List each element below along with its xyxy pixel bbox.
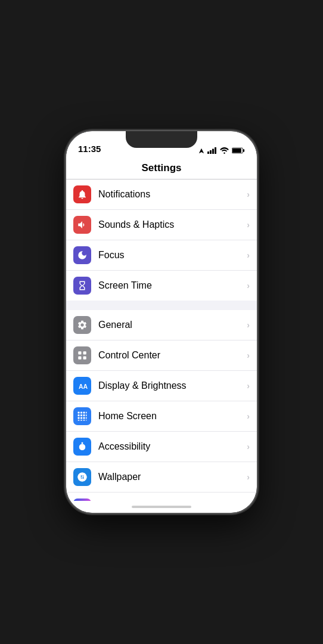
general-chevron: ›	[247, 320, 250, 330]
svg-rect-22	[83, 417, 85, 419]
svg-rect-18	[83, 414, 85, 416]
svg-rect-26	[83, 420, 85, 421]
settings-item-accessibility[interactable]: Accessibility ›	[66, 432, 257, 462]
svg-rect-24	[78, 420, 80, 421]
svg-rect-20	[78, 417, 80, 419]
svg-rect-15	[86, 412, 87, 414]
location-icon	[198, 148, 204, 154]
svg-rect-13	[80, 412, 82, 414]
bell-svg	[77, 189, 88, 200]
svg-rect-1	[210, 150, 212, 154]
accessibility-label: Accessibility	[98, 441, 247, 452]
settings-item-notifications[interactable]: Notifications ›	[66, 179, 257, 210]
svg-rect-5	[243, 149, 244, 151]
accessibility-svg	[77, 441, 88, 452]
svg-rect-21	[80, 417, 82, 419]
screentime-label: Screen Time	[98, 280, 247, 291]
svg-rect-3	[215, 147, 216, 154]
settings-list-1: Notifications › Sounds & Haptics ›	[66, 179, 257, 301]
settings-item-display[interactable]: AA Display & Brightness ›	[66, 371, 257, 401]
svg-rect-19	[86, 414, 87, 416]
focus-icon	[73, 246, 91, 264]
nav-bar: Settings	[66, 157, 257, 179]
phone-frame: 11:35	[66, 131, 257, 513]
display-svg: AA	[77, 380, 88, 391]
svg-rect-0	[207, 151, 209, 154]
accessibility-icon	[73, 438, 91, 456]
settings-group-2: General › Control	[66, 310, 257, 501]
wifi-icon	[220, 147, 229, 154]
svg-rect-8	[83, 351, 86, 354]
homescreen-icon	[73, 407, 91, 425]
siri-icon	[73, 499, 91, 501]
svg-rect-2	[212, 149, 214, 154]
settings-item-focus[interactable]: Focus ›	[66, 240, 257, 271]
settings-item-controlcenter[interactable]: Control Center ›	[66, 340, 257, 371]
status-time: 11:35	[78, 144, 101, 154]
notifications-chevron: ›	[247, 190, 250, 199]
general-icon	[73, 316, 91, 334]
display-icon: AA	[73, 377, 91, 395]
svg-point-28	[82, 442, 83, 444]
general-svg	[77, 320, 88, 330]
signal-icon	[207, 147, 217, 154]
settings-list-2: General › Control	[66, 310, 257, 501]
settings-content[interactable]: Notifications › Sounds & Haptics ›	[66, 179, 257, 501]
wallpaper-chevron: ›	[247, 472, 250, 482]
notch	[126, 131, 197, 148]
notifications-label: Notifications	[98, 189, 247, 200]
svg-rect-9	[78, 357, 81, 360]
settings-item-homescreen[interactable]: Home Screen ›	[66, 401, 257, 432]
screentime-svg	[77, 280, 88, 291]
home-bar	[132, 506, 191, 508]
focus-label: Focus	[98, 250, 247, 261]
home-indicator	[66, 501, 257, 513]
svg-text:AA: AA	[79, 383, 88, 390]
controlcenter-icon	[73, 346, 91, 364]
focus-svg	[77, 250, 88, 261]
homescreen-svg	[77, 411, 88, 422]
sounds-icon	[73, 216, 91, 234]
homescreen-label: Home Screen	[98, 411, 247, 422]
settings-item-siri[interactable]: Siri & Search ›	[66, 493, 257, 501]
wallpaper-svg	[77, 472, 88, 482]
svg-rect-12	[78, 412, 80, 414]
sounds-label: Sounds & Haptics	[98, 219, 247, 230]
group-spacer	[66, 301, 257, 310]
general-label: General	[98, 320, 247, 330]
status-bar: 11:35	[66, 131, 257, 157]
display-chevron: ›	[247, 381, 250, 391]
focus-chevron: ›	[247, 250, 250, 260]
svg-rect-14	[83, 412, 85, 414]
wallpaper-label: Wallpaper	[98, 472, 247, 482]
screentime-icon	[73, 277, 91, 295]
svg-rect-6	[232, 148, 241, 153]
svg-rect-10	[83, 357, 86, 360]
screentime-chevron: ›	[247, 281, 250, 290]
status-icons	[198, 147, 245, 154]
sounds-svg	[77, 219, 88, 230]
controlcenter-chevron: ›	[247, 351, 250, 360]
svg-rect-25	[80, 420, 82, 421]
homescreen-chevron: ›	[247, 411, 250, 421]
notifications-icon	[73, 185, 91, 203]
wallpaper-icon	[73, 468, 91, 486]
page-title: Settings	[141, 162, 181, 174]
settings-item-screentime[interactable]: Screen Time ›	[66, 271, 257, 301]
svg-rect-16	[78, 414, 80, 416]
svg-rect-23	[86, 417, 87, 419]
settings-item-wallpaper[interactable]: Wallpaper ›	[66, 462, 257, 493]
phone-screen: 11:35	[66, 131, 257, 513]
svg-rect-7	[78, 351, 81, 354]
svg-rect-27	[86, 420, 87, 421]
sounds-chevron: ›	[247, 220, 250, 230]
settings-group-1: Notifications › Sounds & Haptics ›	[66, 179, 257, 301]
display-label: Display & Brightness	[98, 380, 247, 391]
battery-status-icon	[232, 147, 245, 154]
accessibility-chevron: ›	[247, 442, 250, 451]
controlcenter-label: Control Center	[98, 350, 247, 361]
settings-item-general[interactable]: General ›	[66, 310, 257, 340]
controlcenter-svg	[77, 350, 88, 361]
svg-rect-17	[80, 414, 82, 416]
settings-item-sounds[interactable]: Sounds & Haptics ›	[66, 210, 257, 240]
